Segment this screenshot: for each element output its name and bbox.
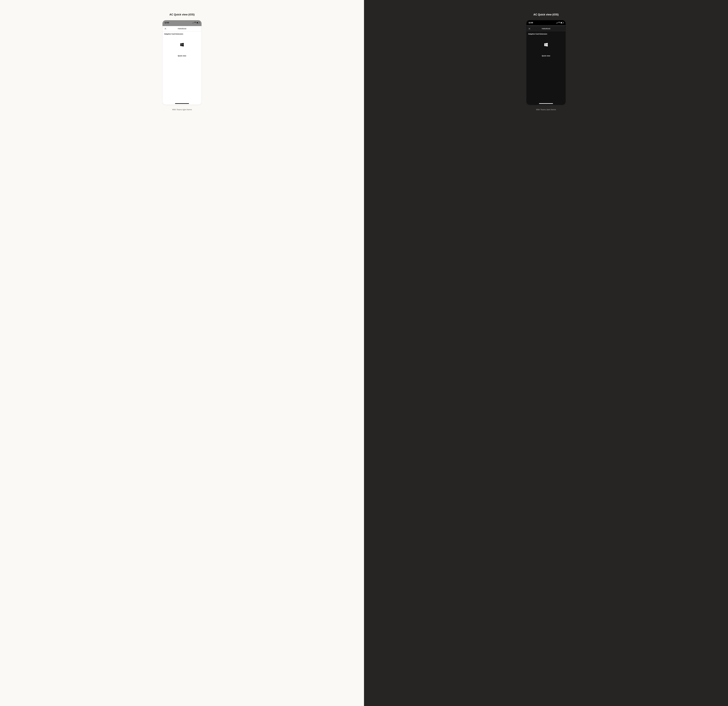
status-time: 12:40: [529, 22, 533, 24]
section-label: Adaptive Card Extension: [162, 31, 202, 35]
sheet-title: HelloWorld: [178, 27, 186, 30]
sheet-header: HelloWorld: [162, 26, 202, 31]
phone-dark: 12:40 HelloWorld Adaptive Card Extension…: [526, 20, 566, 105]
home-indicator[interactable]: [539, 103, 553, 104]
phone-light: 12:03 HelloWorld Adaptive Card Extension…: [162, 20, 202, 105]
panel-light: AC Quick view (iOS) 12:03 HelloWorld Ada…: [0, 0, 364, 706]
close-button[interactable]: [528, 27, 531, 30]
sheet-content: Adaptive Card Extension Quick view: [162, 31, 202, 105]
wifi-icon: [558, 22, 560, 24]
windows-logo-icon: [180, 43, 184, 46]
close-icon: [165, 27, 166, 30]
battery-icon: [560, 22, 563, 23]
sheet-header: HelloWorld: [526, 26, 566, 31]
quickview-label: Quick view: [162, 55, 202, 56]
windows-logo-icon: [544, 43, 548, 46]
panel-title-dark: AC Quick view (iOS): [533, 13, 559, 16]
sheet-content: Adaptive Card Extension Quick view: [526, 31, 566, 105]
status-time: 12:03: [165, 22, 169, 24]
wifi-icon: [194, 22, 196, 24]
home-indicator[interactable]: [175, 103, 189, 104]
cellular-icon: [556, 22, 558, 23]
panel-dark: AC Quick view (iOS) 12:40 HelloWorld Ada…: [364, 0, 728, 706]
caption-dark: With Teams dark theme: [536, 109, 556, 111]
quickview-label: Quick view: [526, 55, 566, 56]
close-icon: [529, 27, 530, 30]
cellular-icon: [192, 22, 194, 23]
status-bar: 12:03: [162, 20, 202, 25]
status-icons: [556, 22, 563, 24]
caption-light: With Teams light theme: [172, 109, 192, 111]
status-icons: [192, 22, 199, 24]
battery-icon: [196, 22, 199, 23]
status-bar: 12:40: [526, 20, 566, 25]
panel-title-light: AC Quick view (iOS): [169, 13, 195, 16]
sheet-title: HelloWorld: [542, 27, 550, 30]
section-label: Adaptive Card Extension: [526, 31, 566, 35]
close-button[interactable]: [164, 27, 167, 30]
